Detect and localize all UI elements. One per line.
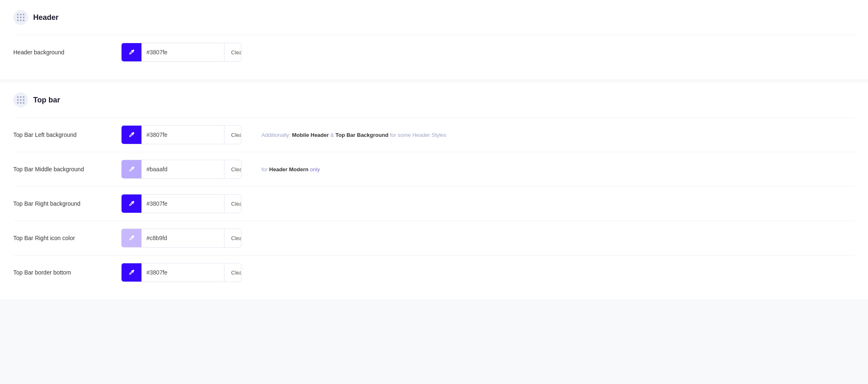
- topbar-middle-bg-color-picker[interactable]: Clear: [121, 160, 241, 179]
- topbar-border-bottom-input[interactable]: [141, 269, 224, 276]
- note-bold-modern: Header Modern: [269, 166, 309, 173]
- topbar-right-icon-color-picker[interactable]: Clear: [121, 228, 241, 248]
- header-section-title: Header: [33, 13, 59, 22]
- topbar-right-icon-clear-button[interactable]: Clear: [224, 229, 241, 247]
- topbar-right-bg-label: Top Bar Right background: [13, 200, 121, 207]
- eyedropper-icon: [128, 131, 135, 139]
- header-background-clear-button[interactable]: Clear: [224, 43, 241, 61]
- eyedropper-icon: [128, 234, 135, 242]
- header-section: Header Header background #3807fe Clear: [0, 0, 868, 79]
- header-section-header: Header: [13, 10, 855, 25]
- topbar-left-bg-swatch[interactable]: [122, 126, 141, 144]
- topbar-left-bg-label: Top Bar Left background: [13, 131, 121, 138]
- header-background-label: Header background: [13, 49, 121, 56]
- topbar-border-bottom-swatch[interactable]: [122, 263, 141, 282]
- header-background-color-picker[interactable]: #3807fe Clear: [121, 43, 241, 62]
- topbar-section-title: Top bar: [33, 96, 60, 105]
- topbar-section: Top bar Top Bar Left background Clear Ad…: [0, 83, 868, 299]
- topbar-right-icon-row: Top Bar Right icon color Clear: [13, 221, 855, 255]
- topbar-middle-bg-clear-button[interactable]: Clear: [224, 160, 241, 178]
- topbar-grid-dots: [17, 96, 25, 104]
- topbar-grid-icon: [13, 92, 28, 107]
- topbar-left-bg-note: Additionally: Mobile Header & Top Bar Ba…: [261, 132, 855, 138]
- topbar-right-bg-color-picker[interactable]: Clear: [121, 194, 241, 213]
- topbar-border-bottom-label: Top Bar border bottom: [13, 269, 121, 276]
- topbar-right-bg-row: Top Bar Right background Clear: [13, 186, 855, 221]
- header-background-swatch[interactable]: [122, 43, 141, 61]
- topbar-middle-bg-label: Top Bar Middle background: [13, 166, 121, 173]
- grid-dots: [17, 14, 25, 22]
- topbar-border-bottom-clear-button[interactable]: Clear: [224, 263, 241, 282]
- note-bold-2: Top Bar Background: [335, 132, 388, 138]
- header-background-row: Header background #3807fe Clear: [13, 35, 855, 69]
- topbar-middle-bg-row: Top Bar Middle background Clear for Head…: [13, 152, 855, 186]
- topbar-right-icon-swatch[interactable]: [122, 229, 141, 247]
- topbar-border-bottom-color-picker[interactable]: Clear: [121, 263, 241, 282]
- topbar-right-icon-input[interactable]: [141, 235, 224, 241]
- topbar-middle-bg-input[interactable]: [141, 166, 224, 173]
- topbar-left-bg-color-picker[interactable]: Clear: [121, 125, 241, 144]
- note-bold-1: Mobile Header: [292, 132, 329, 138]
- eyedropper-icon: [128, 165, 135, 173]
- eyedropper-icon: [128, 269, 135, 276]
- topbar-right-bg-swatch[interactable]: [122, 194, 141, 213]
- topbar-right-bg-clear-button[interactable]: Clear: [224, 194, 241, 213]
- topbar-left-bg-input[interactable]: [141, 131, 224, 138]
- eyedropper-icon: [128, 200, 135, 207]
- topbar-right-icon-label: Top Bar Right icon color: [13, 235, 121, 241]
- topbar-right-bg-input[interactable]: [141, 200, 224, 207]
- topbar-left-bg-clear-button[interactable]: Clear: [224, 126, 241, 144]
- topbar-section-header: Top bar: [13, 92, 855, 107]
- eyedropper-icon: [128, 49, 135, 56]
- topbar-border-bottom-row: Top Bar border bottom Clear: [13, 255, 855, 289]
- note-only: only: [310, 166, 320, 173]
- header-background-input[interactable]: #3807fe: [141, 49, 224, 56]
- topbar-middle-bg-swatch[interactable]: [122, 160, 141, 178]
- topbar-left-bg-row: Top Bar Left background Clear Additional…: [13, 117, 855, 152]
- topbar-middle-bg-note: for Header Modern only: [261, 166, 855, 173]
- header-grid-icon: [13, 10, 28, 25]
